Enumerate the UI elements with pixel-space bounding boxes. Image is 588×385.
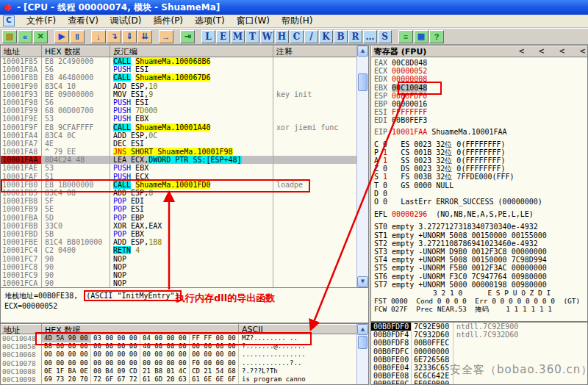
disasm-row[interactable]: 10001FAA8D4C24 48LEA ECX,DWORD PTR SS:[E…: [1, 156, 356, 164]
disasm-row[interactable]: 10001FCA90NOP: [1, 279, 356, 287]
disasm-row[interactable]: 10001F9083C4 10ADD ESP,10: [1, 82, 356, 90]
stack-row[interactable]: 00B0FE0CFE0F0B00: [371, 380, 587, 385]
flag-D[interactable]: D 0: [374, 190, 587, 198]
hexdump-row[interactable]: 00C1009869 73 20 7072 6F 67 7261 6D 20 6…: [1, 375, 356, 384]
patches-window-button[interactable]: /: [304, 30, 318, 43]
flag-A[interactable]: A 1 SS 0023 32位 0(FFFFFFFF): [374, 156, 587, 165]
disasm-row[interactable]: 10001F9E53PUSH EBX: [1, 115, 356, 123]
register-fcw[interactable]: FCW 027F Prec NEAR,53 掩码 1 1 1 1 1 1: [374, 305, 587, 313]
register-esi[interactable]: ESI FFFFFFFF: [374, 108, 587, 116]
register-st7[interactable]: ST7 empty +UNORM 5000 00000198 00980000: [374, 281, 587, 289]
restart-button[interactable]: «: [18, 30, 32, 43]
hexdump-row[interactable]: 00C1006800 00 00 0000 00 00 0000 00 00 0…: [1, 350, 356, 359]
column-header-dump-address[interactable]: 地址: [1, 324, 42, 334]
log-window-button[interactable]: L: [201, 30, 215, 43]
fpu-bits-header[interactable]: 3 2 1 0 E S P U O Z D I: [374, 289, 587, 297]
cpu-window-button[interactable]: C: [290, 30, 304, 43]
disasm-row[interactable]: 10001FAE53PUSH EBX: [1, 164, 356, 172]
disasm-row[interactable]: 10001FB583C4 08ADD ESP,8: [1, 189, 356, 197]
open-file-button[interactable]: ▧: [2, 30, 17, 43]
collapse-arrow-icon[interactable]: <: [559, 47, 565, 55]
register-st1[interactable]: ST1 empty +UNORM 5008 00150000 00155000: [374, 231, 587, 240]
flag-Z[interactable]: Z 0 DS 0023 32位 0(FFFFFFFF): [374, 165, 587, 173]
logging-options-button[interactable]: ≡: [398, 30, 413, 43]
references-window-button[interactable]: R: [348, 30, 362, 43]
disasm-row[interactable]: 10001FBE81C4 B8010000ADD ESP,1B8: [1, 238, 356, 246]
disasm-row[interactable]: 10001FC790NOP: [1, 255, 356, 263]
source-window-button[interactable]: S: [378, 30, 392, 43]
scrollbar-thumb[interactable]: [358, 73, 368, 91]
until-return-button[interactable]: →: [159, 30, 173, 43]
hexdump-scrollbar[interactable]: ▲: [356, 324, 368, 384]
register-eax[interactable]: EAX 00C8D048: [374, 59, 587, 67]
disasm-row[interactable]: 10001F93BE 09000000MOV ESI,9key init: [1, 90, 356, 98]
register-ebx[interactable]: EBX 00C10048: [374, 84, 587, 92]
threads-window-button[interactable]: T: [245, 30, 259, 43]
disasm-row[interactable]: 10001FBB33C0XOR EAX,EAX: [1, 222, 356, 230]
menu-item-6[interactable]: 帮助(H): [276, 15, 318, 27]
windows-window-button[interactable]: W: [260, 30, 274, 43]
hexdump-row[interactable]: 00C100880E 1F BA 0E00 B4 09 CD21 B8 01 4…: [1, 367, 356, 375]
register-ecx[interactable]: ECX 00000052: [374, 67, 587, 75]
scroll-down-icon[interactable]: ▼: [357, 276, 368, 287]
flag-S[interactable]: S 1 FS 003B 32位 7FFDE000(FFF): [374, 173, 587, 181]
register-edi[interactable]: EDI 00B0FEF3: [374, 116, 587, 124]
register-st6[interactable]: ST6 empty -UNORM F3C0 7C947764 00980000: [374, 273, 587, 281]
scrollbar-thumb[interactable]: [358, 336, 368, 349]
register-st5[interactable]: ST5 empty -UNORM F5B0 0012F3AC 00000000: [374, 264, 587, 272]
menu-item-1[interactable]: 查看(V): [62, 15, 104, 27]
appearance-button[interactable]: ▦: [414, 30, 429, 43]
register-st4[interactable]: ST4 empty +UNORM 5008 00150000 7C98D994: [374, 256, 587, 264]
disasm-row[interactable]: 10001F8A56PUSH ESI: [1, 65, 356, 73]
handles-window-button[interactable]: H: [275, 30, 289, 43]
run-trace-window-button[interactable]: …: [363, 30, 377, 43]
disasm-row[interactable]: 10001FA483C4 0CADD ESP,0C: [1, 132, 356, 140]
flag-C[interactable]: C 0 ES 0023 32位 0(FFFFFFFF): [374, 140, 587, 148]
flag-T[interactable]: T 0 GS 0000 NULL: [374, 181, 587, 190]
stack-row[interactable]: 00B0FE086C6C642E: [371, 372, 587, 380]
register-efl[interactable]: EFL 00000296 (NO,NB,NE,A,S,PE,L,LE): [374, 210, 587, 218]
stack-row[interactable]: 00B0FDF800B0FFEC: [371, 339, 587, 347]
register-esp[interactable]: ESP 00B0FDF0: [374, 92, 587, 100]
stack-row[interactable]: 00B0FDF07C92E900ntdll.7C92E900: [371, 323, 587, 331]
register-eip[interactable]: EIP 10001FAA ShuameMa.10001FAA: [374, 128, 587, 136]
memory-window-button[interactable]: M: [231, 30, 245, 43]
register-st0[interactable]: ST0 empty 3.2727127318340730340e-4932: [374, 223, 587, 231]
hexdump-row[interactable]: 00C10058B8 00 00 0000 00 00 0040 00 00 0…: [1, 342, 356, 350]
column-header-hex[interactable]: HEX 数据: [42, 46, 110, 57]
menu-item-2[interactable]: 调试(D): [104, 15, 148, 27]
stack-row[interactable]: 00B0FE006E72656B: [371, 356, 587, 364]
column-header-address[interactable]: 地址: [1, 46, 42, 57]
cpu-menu-icon[interactable]: C: [3, 15, 15, 26]
disasm-row[interactable]: 10001FBD5BPOP EBX: [1, 230, 356, 238]
run-button[interactable]: ▶: [54, 30, 69, 43]
step-into-button[interactable]: ↓: [91, 30, 106, 43]
disasm-row[interactable]: 10001F9968 00D00700PUSH 7D000: [1, 107, 356, 115]
call-stack-window-button[interactable]: K: [319, 30, 333, 43]
go-to-eip-button[interactable]: ⇥: [180, 30, 195, 43]
collapse-arrow-icon[interactable]: <: [539, 47, 545, 55]
menu-item-3[interactable]: 插件(P): [147, 15, 189, 27]
disasm-row[interactable]: 10001F85E8 2C490000CALL ShuameMa.100068B…: [1, 57, 356, 65]
flag-P[interactable]: P 1 CS 001B 32位 0(FFFFFFFF): [374, 148, 587, 156]
close-button[interactable]: ✕: [33, 30, 48, 43]
disasm-row[interactable]: 10001F8BE8 46480000CALL ShuameMa.100067D…: [1, 73, 356, 82]
stack-row[interactable]: 00B0FDFC00000000: [371, 348, 587, 356]
column-header-disasm[interactable]: 反汇编: [110, 46, 273, 57]
disasm-row[interactable]: 10001FB95EPOP ESI: [1, 205, 356, 213]
register-st2[interactable]: ST2 empty 3.2721108786941023460e-4932: [374, 240, 587, 248]
breakpoints-window-button[interactable]: B: [334, 30, 348, 43]
disasm-row[interactable]: 10001FC4C2 0400RETN 4: [1, 246, 356, 254]
hexdump-row[interactable]: 00C1007800 00 00 0000 00 00 0000 00 00 0…: [1, 359, 356, 367]
register-fst[interactable]: FST 0000 Cond 0 0 0 0 Err 0 0 0 0 0 0 0 …: [374, 297, 587, 305]
disassembly-scrollbar[interactable]: ▲ ▼: [356, 46, 368, 287]
step-over-button[interactable]: ↴: [107, 30, 121, 43]
executables-window-button[interactable]: E: [216, 30, 230, 43]
disasm-row[interactable]: 10001FBA5DPOP EBP: [1, 214, 356, 222]
column-header-comment[interactable]: 注释: [273, 46, 368, 57]
scroll-up-icon[interactable]: ▲: [357, 46, 368, 57]
disasm-row[interactable]: 10001F9FE8 9CFAFFFFCALL ShuameMa.10001A4…: [1, 123, 356, 132]
animate-over-button[interactable]: ⇊: [137, 30, 152, 43]
menu-item-5[interactable]: 窗口(W): [231, 15, 276, 27]
register-st3[interactable]: ST3 empty -UNORM D9B0 0012F3C8 00000000: [374, 248, 587, 256]
